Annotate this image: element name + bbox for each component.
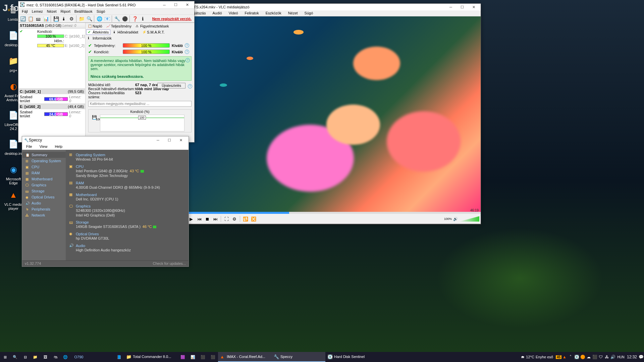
tool-icon-11[interactable]: 📧 [103, 15, 111, 22]
speccy-close-button[interactable]: ✕ [175, 137, 186, 143]
nav-cpu[interactable]: ▣CPU [22, 164, 66, 170]
speccy-menu-view[interactable]: View [38, 144, 50, 149]
search-button[interactable]: 🔍 [10, 352, 20, 362]
pinned-app2[interactable]: 🟪 [178, 352, 188, 362]
tool-icon-5[interactable]: 💾 [52, 15, 60, 22]
pinned-edge[interactable]: 🌐 [60, 352, 70, 362]
vlc-fullscreen-button[interactable]: ⛶ [223, 215, 230, 223]
speccy-minimize-button[interactable]: ─ [152, 137, 164, 143]
vlc-minimize-button[interactable]: ─ [445, 4, 457, 10]
pinned-terminal[interactable]: O790 [70, 352, 87, 362]
info-icon[interactable]: ? [185, 43, 189, 48]
vlc-loop-button[interactable]: 🔁 [242, 215, 249, 223]
vlc-video-area[interactable] [186, 16, 481, 212]
tab-performance[interactable]: 📈Teljesítmény [105, 23, 133, 29]
vlc-progress-bar[interactable] [186, 212, 481, 214]
vlc-settings-button[interactable]: ⚙ [231, 215, 238, 223]
tab-overview[interactable]: ✔Áttekintés [86, 29, 110, 35]
comment-input[interactable] [88, 101, 192, 107]
help-icon[interactable]: ❓ [131, 15, 139, 22]
vlc-maximize-button[interactable]: ☐ [457, 4, 468, 10]
tray-network-icon[interactable]: 🖧 [604, 355, 610, 359]
vlc-menu-subtitle[interactable]: Feliratok [243, 10, 261, 16]
tool-icon-2[interactable]: 📋 [27, 15, 34, 22]
speaker-icon[interactable]: 🔊 [453, 217, 458, 221]
tool-icon-8[interactable]: 📁 [78, 15, 85, 22]
tool-icon-4[interactable]: 📊 [42, 15, 50, 22]
hds-register-link[interactable]: Nem regisztrált verzió. [152, 17, 192, 21]
nav-ram[interactable]: ▤RAM [22, 170, 66, 176]
info-icon[interactable]: ? [185, 50, 189, 54]
nav-motherboard[interactable]: ▦Motherboard [22, 176, 66, 182]
vlc-menu-video[interactable]: Videó [227, 10, 240, 16]
speccy-titlebar[interactable]: 🔧 Speccy ─ ☐ ✕ [22, 136, 189, 144]
tool-icon-9[interactable]: 🔍 [86, 15, 93, 22]
speccy-menu-file[interactable]: File [24, 144, 34, 149]
pinned-photos[interactable]: 🖼 [40, 352, 50, 362]
tray-clock[interactable]: 12:32 [626, 355, 638, 359]
nav-audio[interactable]: 🔊Audio [22, 200, 66, 206]
task-vlc[interactable]: ▲IMAX - Coral.Reef.Ad... [218, 352, 272, 362]
info-icon[interactable]: ? [185, 58, 190, 62]
hds-menu-view[interactable]: Nézet [45, 9, 59, 14]
tab-log[interactable]: 📋Napló [86, 23, 104, 29]
hds-minimize-button[interactable]: ─ [159, 2, 170, 8]
task-hds[interactable]: 💽Hard Disk Sentinel [325, 352, 379, 362]
start-button[interactable]: ⊞ [0, 352, 10, 362]
tool-icon-10[interactable]: 🌐 [96, 15, 103, 22]
hds-menu-help[interactable]: Súgó [95, 9, 107, 14]
tool-icon-7[interactable]: ⚙ [68, 15, 75, 22]
speccy-maximize-button[interactable]: ☐ [164, 137, 175, 143]
refresh-icon[interactable]: 🔄 [19, 15, 26, 22]
vlc-menu-view[interactable]: Nézet [286, 10, 300, 16]
desktop-icon-edge[interactable]: ◉Microsoft Edge [2, 163, 25, 185]
speccy-updates-link[interactable]: Check for updates... [153, 261, 186, 266]
nav-summary[interactable]: 📋Summary [22, 152, 66, 158]
nav-os[interactable]: ⊞Operating System [22, 158, 66, 164]
vlc-shuffle-button[interactable]: 🔀 [250, 215, 257, 223]
hds-disk-header[interactable]: ST3160815AS (149,0 GB) Lemez: 0 [18, 23, 85, 28]
vlc-menu-tools[interactable]: Eszközök [264, 10, 283, 16]
vlc-menu-help[interactable]: Súgó [303, 10, 315, 16]
pinned-app4[interactable]: ⬛ [198, 352, 208, 362]
vlc-menu-audio[interactable]: Audió [210, 10, 224, 16]
nav-graphics[interactable]: 🖵Graphics [22, 182, 66, 188]
vlc-prev-button[interactable]: ⏮ [196, 215, 203, 223]
desktop-icon-vlc[interactable]: ▲VLC media player [2, 188, 25, 210]
pinned-store[interactable]: 🛍 [50, 352, 60, 362]
vlc-titlebar[interactable]: ▲ DTS.x264.mkv - VLC médialejátszó ─ ☐ ✕ [186, 4, 481, 10]
nav-optical[interactable]: ◉Optical Drives [22, 194, 66, 200]
nav-network[interactable]: 🖧Network [22, 212, 66, 218]
tab-warnings[interactable]: ⚠Figyelmeztetések [134, 23, 171, 29]
nav-storage[interactable]: 🖴Storage [22, 188, 66, 194]
tool-icon-12[interactable]: 🔧 [113, 15, 121, 22]
pinned-app5[interactable]: ⬛ [208, 352, 218, 362]
tray-icon-5[interactable]: ⬛ [592, 355, 598, 359]
tray-hd-temp[interactable]: 45 [556, 355, 561, 359]
pinned-app3[interactable]: 📊 [188, 352, 198, 362]
weather-widget[interactable]: 🌧 12°C Enyhe eső [518, 355, 556, 359]
tray-volume-icon[interactable]: 🔊 [610, 355, 616, 359]
pinned-explorer[interactable]: 📁 [30, 352, 40, 362]
tray-chevron-icon[interactable]: ˄ [568, 355, 574, 359]
tool-icon-6[interactable]: 🌡 [60, 15, 67, 22]
hds-menu-report[interactable]: Riport [59, 9, 72, 14]
tray-icon-2[interactable]: 💽 [574, 355, 580, 359]
tab-temperature[interactable]: 🌡Hőmérséklet [111, 29, 140, 35]
hds-close-button[interactable]: ✕ [181, 2, 193, 8]
vlc-stop-button[interactable]: ⏹ [204, 215, 211, 223]
tab-smart[interactable]: ⚡S.M.A.R.T. [141, 29, 166, 35]
tool-icon-13[interactable]: ⚫ [121, 15, 128, 22]
nav-peripherals[interactable]: 🖰Peripherals [22, 206, 66, 212]
partition-e-header[interactable]: E: [st160_2](49,4 GB) [18, 104, 85, 109]
hds-titlebar[interactable]: 💽 mez: 0, ST3160815AS [6RX0E4L2] - Hard … [18, 1, 194, 9]
tray-icon-4[interactable]: ☁ [586, 355, 592, 359]
tray-notifications-icon[interactable]: 💬 [638, 355, 644, 359]
tray-icon-3[interactable]: 🟠 [580, 355, 586, 359]
tool-icon-3[interactable]: 🖴 [35, 15, 42, 22]
tray-lang[interactable]: HUN [616, 355, 626, 359]
task-speccy[interactable]: 🔧Speccy [272, 352, 325, 362]
tray-icon-1[interactable]: ▲ [561, 355, 568, 359]
vlc-volume-slider[interactable] [459, 216, 479, 222]
speccy-menu-help[interactable]: Help [53, 144, 64, 149]
